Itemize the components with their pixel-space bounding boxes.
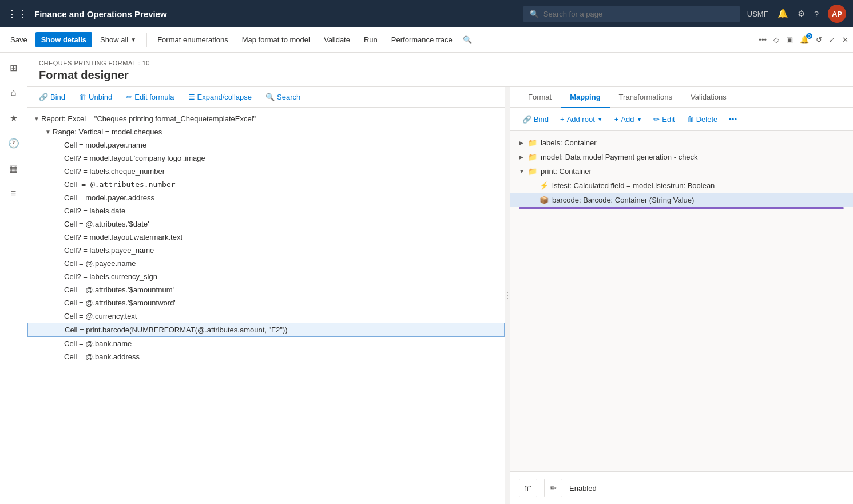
tree-item[interactable]: Cell = @.bank.name [27,337,505,350]
tree-item-text: Cell = @.attributes.'$date' [64,220,500,228]
refresh-icon[interactable]: ↺ [816,35,822,44]
tree-item[interactable]: Cell = print.barcode(NUMBERFORMAT(@.attr… [27,323,505,337]
mapping-item-text: istest: Calculated field = model.istestr… [552,181,715,190]
chevron-down-icon: ▼ [130,37,136,43]
layout-icon[interactable]: ▣ [786,35,793,44]
footer-delete-button[interactable]: 🗑 [519,479,537,497]
diamond-icon[interactable]: ◇ [773,35,779,44]
selection-underline [519,207,844,209]
notification-icon[interactable]: 🔔 [777,9,788,19]
show-all-button[interactable]: Show all ▼ [94,32,142,47]
tree-toggle-icon[interactable]: ▼ [32,116,41,122]
tree-item[interactable]: Cell? = labels.currency_sign [27,270,505,283]
delete-button[interactable]: 🗑 Delete [683,113,721,126]
tree-item[interactable]: Cell = @.attributes.number [27,178,505,191]
search-input[interactable] [543,10,733,18]
add-button[interactable]: + Add ▼ [611,113,646,126]
map-format-to-model-button[interactable]: Map format to model [236,32,316,47]
sidebar-icon-recent[interactable]: 🕐 [3,133,24,153]
format-enumerations-button[interactable]: Format enumerations [152,32,234,47]
search-cmd-icon[interactable]: 🔍 [463,35,472,44]
tree-item[interactable]: ▼ Range: Vertical = model.cheques [27,125,505,138]
footer-edit-button[interactable]: ✏ [544,479,562,497]
search-icon: 🔍 [265,93,275,101]
mapping-bind-button[interactable]: 🔗 Bind [519,113,552,126]
more-mapping-button[interactable]: ••• [725,113,740,126]
mapping-item-icon: ⚡ [539,181,549,190]
save-button[interactable]: Save [5,32,33,47]
sidebar-icon-workspaces[interactable]: ▦ [3,158,24,178]
global-search[interactable]: 🔍 [523,6,740,22]
mapping-footer: 🗑 ✏ Enabled [510,471,853,504]
tree-item[interactable]: Cell? = labels.cheque_number [27,165,505,178]
mapping-item[interactable]: ▼ 📁 print: Container [510,164,853,178]
tree-item[interactable]: Cell? = labels.payee_name [27,244,505,257]
edit-formula-button[interactable]: ✏ Edit formula [124,92,176,102]
mapping-toggle-icon[interactable]: ▼ [519,168,528,174]
tree-item[interactable]: Cell = @.bank.address [27,350,505,363]
user-avatar[interactable]: AP [828,5,846,23]
tree-item[interactable]: Cell? = labels.date [27,204,505,217]
tab-validations[interactable]: Validations [681,87,736,108]
tree-item-text: Cell? = model.layout.watermark.text [64,233,500,241]
expand-icon[interactable]: ⤢ [829,35,835,44]
edit-button[interactable]: ✏ Edit [650,113,678,126]
apps-icon[interactable]: ⋮⋮ [7,7,27,20]
sidebar-icon-modules[interactable]: ≡ [3,183,24,204]
mapping-toggle-icon[interactable]: ▶ [519,154,528,160]
pane-divider[interactable] [505,87,510,504]
help-icon[interactable]: ? [814,9,819,19]
expand-collapse-button[interactable]: ☰ Expand/collapse [186,92,254,102]
bind-button[interactable]: 🔗 Bind [37,92,68,102]
separator-1 [146,33,147,47]
tab-mapping[interactable]: Mapping [561,87,609,108]
tree-item-text: Cell = @.payee.name [64,259,500,268]
tree-item[interactable]: ▼ Report: Excel = "Cheques printing form… [27,112,505,125]
show-details-button[interactable]: Show details [35,32,92,47]
tree-item[interactable]: Cell = model.payer.name [27,138,505,152]
mapping-item-icon: 📁 [528,153,537,161]
tree-toggle-icon[interactable]: ▼ [43,129,53,135]
close-icon[interactable]: ✕ [842,35,848,44]
tree-item[interactable]: Cell = model.payer.address [27,191,505,204]
main-layout: ⊞ ⌂ ★ 🕐 ▦ ≡ CHEQUES PRINTING FORMAT : 10… [0,53,853,504]
add-root-button[interactable]: + Add root ▼ [557,113,606,126]
tree-item-text: Cell = print.barcode(NUMBERFORMAT(@.attr… [65,326,499,334]
tab-transformations[interactable]: Transformations [610,87,681,108]
tree-item[interactable]: Cell = @.attributes.'$amountnum' [27,283,505,296]
tab-format[interactable]: Format [519,87,561,108]
mapping-item[interactable]: 📦 barcode: Barcode: Container (String Va… [510,193,853,207]
more-options-icon[interactable]: ••• [759,35,767,44]
mapping-item[interactable]: ⚡ istest: Calculated field = model.istes… [510,178,853,193]
search-tree-button[interactable]: 🔍 Search [263,92,303,102]
tree-item-text: Cell = @.currency.text [64,312,500,320]
mapping-item[interactable]: ▶ 📁 labels: Container [510,136,853,150]
tree-item-text: Cell? = labels.payee_name [64,246,500,255]
plus-icon: + [560,115,565,124]
sidebar-icon-home[interactable]: ⌂ [3,82,24,103]
formula-icon: ✏ [126,93,132,101]
tree-item[interactable]: Cell = @.attributes.'$date' [27,217,505,231]
command-bar: Save Show details Show all ▼ Format enum… [0,27,853,53]
mapping-toggle-icon[interactable]: ▶ [519,140,528,146]
validate-button[interactable]: Validate [318,32,356,47]
mapping-item-text: barcode: Barcode: Container (String Valu… [552,196,694,204]
sidebar-icon-favorites[interactable]: ★ [3,108,24,128]
unbind-button[interactable]: 🗑 Unbind [77,92,114,102]
plus-icon: + [614,115,619,124]
tree-item[interactable]: Cell = @.attributes.'$amountword' [27,296,505,309]
top-nav-icons: USMF 🔔 ⚙ ? AP [747,5,846,23]
split-pane: 🔗 Bind 🗑 Unbind ✏ Edit formula ☰ Expand/… [27,87,853,504]
format-tree: ▼ Report: Excel = "Cheques printing form… [27,108,505,504]
settings-icon[interactable]: ⚙ [798,9,805,19]
tree-item[interactable]: Cell? = model.layout.watermark.text [27,231,505,244]
tree-item[interactable]: Cell? = model.layout.'company logo'.imag… [27,152,505,165]
run-button[interactable]: Run [358,32,383,47]
tree-item[interactable]: Cell = @.currency.text [27,309,505,323]
mapping-item[interactable]: ▶ 📁 model: Data model Payment generation… [510,150,853,164]
mapping-item-text: print: Container [541,167,592,176]
tree-item[interactable]: Cell = @.payee.name [27,257,505,270]
performance-trace-button[interactable]: Performance trace [386,32,458,47]
tree-item-text: Cell? = labels.currency_sign [64,272,500,281]
sidebar-icon-filter[interactable]: ⊞ [3,57,24,78]
